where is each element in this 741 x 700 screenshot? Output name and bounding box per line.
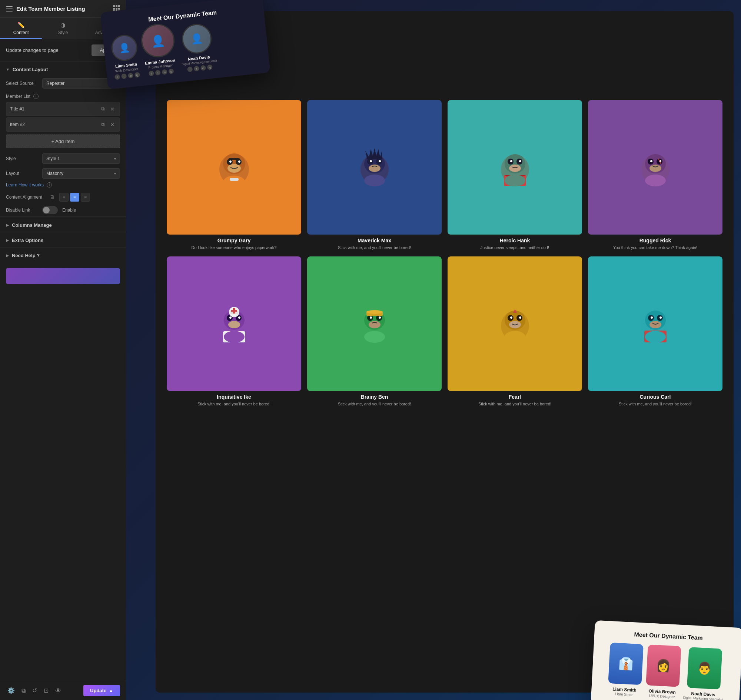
copy-item-1-button[interactable]: ⧉ [100,105,106,113]
disable-link-row: Disable Link Enable [0,204,126,216]
devices-icon[interactable]: ⊡ [42,685,50,696]
align-right-button[interactable]: ≡ [81,193,90,201]
monkey-card-heroic-hank: Heroic Hank Justice never sleeps, and ne… [448,100,582,250]
monkey-img-ben [307,256,442,391]
list-item-2: Item #2 ⧉ ✕ [6,118,120,132]
dark-member-noah: 👤 Noah Davis Digital Marketing Specialis… [178,22,218,73]
tab-style[interactable]: ◑ Style [42,18,84,39]
settings-icon[interactable]: ⚙️ [6,685,16,696]
svg-point-5 [229,160,232,163]
need-help-label: Need Help ? [12,253,40,258]
learn-how-row[interactable]: Learn How it works i [0,181,126,190]
history-icon[interactable]: ↺ [31,685,38,696]
monkey-name-ike: Inquisitive Ike [167,394,301,400]
monkey-card-curious-carl: Curious Carl Stick with me, and you'll n… [588,256,722,407]
monkey-img-hank [448,100,582,235]
list-item-1-label: Title #1 [10,106,25,112]
layout-value: Masonry [46,171,63,176]
left-panel: Edit Team Member Listing ✏️ Content ◑ St… [0,0,126,700]
learn-how-text: Learn How it works [6,182,44,188]
monkey-img-carl [588,256,722,391]
learn-how-info-icon[interactable]: i [47,182,52,188]
delete-item-1-button[interactable]: ✕ [109,106,116,113]
promo-button[interactable] [6,268,120,284]
layers-icon[interactable]: ⧉ [20,686,27,696]
tab-content[interactable]: ✏️ Content [0,18,42,39]
monkey-card-maverick-max: Maverick Max Stick with me, and you'll n… [307,100,442,250]
dark-social-liam: f t in ig [115,72,140,80]
social-icon-11: in [200,65,206,71]
dark-member-emma: 👤 Emma Johnson Project Manager f t in ig [140,22,178,77]
chevron-layout-icon: ▾ [114,172,116,176]
social-icon-12: ig [207,65,213,70]
monkey-desc-hank: Justice never sleeps, and neither do I! [448,245,582,250]
align-buttons: ≡ ≡ ≡ [59,193,90,201]
social-icon-6: t [155,70,160,75]
update-button[interactable]: Update ▲ [83,685,120,696]
social-icon-1: f [115,74,120,80]
info-icon[interactable]: i [33,94,38,99]
svg-rect-7 [229,158,235,160]
social-icon-8: ig [168,69,174,74]
copy-item-2-button[interactable]: ⧉ [100,121,106,128]
svg-point-72 [651,316,653,319]
svg-rect-10 [230,178,238,181]
update-label: Update [90,688,106,693]
style-row: Style Style 1 ▾ [0,151,126,166]
light-member-olivia: 👩 Olivia Brown UI/UX Designer [645,644,681,699]
dark-social-emma: f t in ig [148,69,174,76]
columns-manage-header[interactable]: ▶ Columns Manage [0,217,126,232]
add-item-button[interactable]: + Add Item [6,135,120,148]
light-role-liam: Liam Smith [615,692,634,697]
svg-point-16 [370,160,372,162]
style-dropdown[interactable]: Style 1 ▾ [42,153,120,164]
arrow-right-3-icon: ▶ [6,253,9,257]
list-item: Title #1 ⧉ ✕ [6,102,120,116]
layout-label: Layout [6,171,39,176]
delete-item-2-button[interactable]: ✕ [109,121,116,128]
svg-point-64 [510,316,512,319]
tab-content-label: Content [13,30,29,35]
need-help-section: ▶ Need Help ? [0,247,126,262]
monkey-card-grumpy-gary: Grumpy Gary Do I look like someone who e… [167,100,301,250]
arrow-down-icon: ▼ [6,68,10,72]
monkey-img-fearl [448,256,582,391]
extra-options-header[interactable]: ▶ Extra Options [0,232,126,247]
social-icon-10: t [194,66,199,71]
monkey-desc-ike: Stick with me, and you'll never be bored… [167,401,301,407]
disable-link-toggle[interactable] [42,206,58,214]
eye-icon[interactable]: 👁 [54,686,63,696]
svg-point-35 [645,175,666,187]
layout-dropdown[interactable]: Masonry ▾ [42,168,120,179]
layout-row: Layout Masonry ▾ [0,166,126,181]
arrow-right-icon: ▶ [6,223,9,227]
svg-point-75 [645,331,666,343]
svg-point-38 [228,321,240,328]
style-icon: ◑ [60,22,66,28]
light-card-title: Meet Our Dynamic Team [602,629,735,643]
chevron-up-icon: ▲ [109,688,113,693]
svg-point-54 [370,316,372,319]
light-member-liam: 👔 Liam Smith Liam Smith [608,643,644,697]
social-icon-2: t [121,74,127,79]
svg-point-33 [650,160,653,162]
svg-point-18 [364,175,385,187]
monkey-card-rugged-rick: Rugged Rick You think you can take me do… [588,100,722,250]
svg-point-25 [519,160,521,162]
monkey-name-fearl: Fearl [448,394,582,400]
svg-point-21 [509,165,521,172]
svg-point-41 [229,316,232,319]
monkey-card-fearl: Fearl Stick with me, and you'll never be… [448,256,582,407]
list-item-2-actions: ⧉ ✕ [100,121,116,128]
svg-point-73 [660,316,662,319]
monkey-desc-gary: Do I look like someone who enjoys paperw… [167,245,301,250]
need-help-header[interactable]: ▶ Need Help ? [0,247,126,262]
align-center-button[interactable]: ≡ [70,193,79,201]
panel-title: Edit Team Member Listing [16,6,85,12]
apply-label: Update changes to page [6,47,59,53]
hamburger-icon[interactable] [6,6,13,12]
monkey-name-rick: Rugged Rick [588,238,722,243]
dark-avatar-emma: 👤 [140,22,176,59]
monkey-desc-fearl: Stick with me, and you'll never be bored… [448,401,582,407]
align-left-button[interactable]: ≡ [59,193,69,201]
